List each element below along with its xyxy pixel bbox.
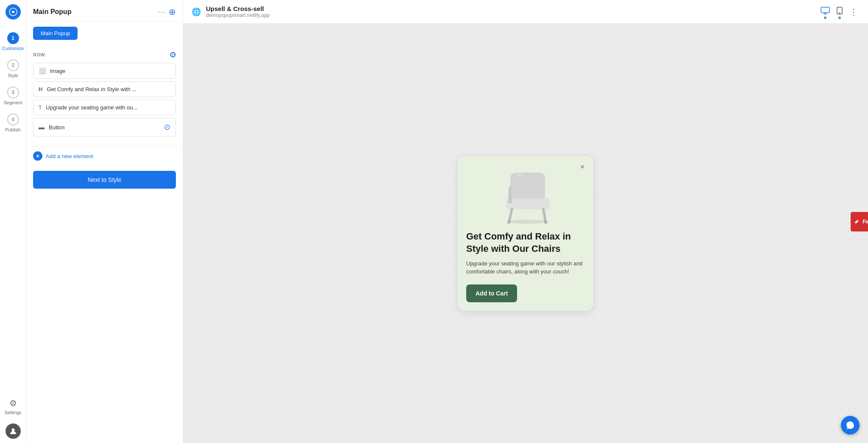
sidebar-title: Main Popup [33,8,154,16]
sidebar-item-settings[interactable]: ⚙ Settings [0,394,26,419]
add-to-cart-button[interactable]: Add to Cart [466,284,517,302]
sidebar-item-style[interactable]: 2 Style [0,55,26,82]
step-number-publish: 4 [7,114,19,125]
add-element-label: Add a new element [46,153,93,159]
element-heading[interactable]: H Get Comfy and Relax in Style with ... [33,81,176,97]
more-options-icon[interactable]: ⋯ [158,7,165,17]
step-label-style: Style [8,73,18,78]
svg-point-5 [506,220,549,224]
chat-bubble-button[interactable] [841,416,860,435]
add-element-plus-icon: + [33,151,42,161]
element-text[interactable]: T Upgrade your seating game with ou... [33,100,176,115]
text-icon: T [39,105,42,111]
element-heading-label: Get Comfy and Relax in Style with ... [47,86,170,92]
feedback-icon: ✎ [854,219,860,225]
heading-icon: H [39,86,42,92]
next-to-style-button[interactable]: Next to Style [33,171,176,189]
row-label-text: ROW [33,52,45,57]
top-bar: 🌐 Upsell & Cross-sell demopopupsmart.net… [183,0,868,24]
add-element-area[interactable]: + Add a new element [26,146,183,166]
device-toggle-group: ⋮ [819,5,860,19]
popup-title: Get Comfy and Relax in Style with Our Ch… [466,231,585,255]
popup-close-button[interactable]: × [577,162,587,172]
element-button-label: Button [49,124,160,131]
main-popup-tab[interactable]: Main Popup [33,27,78,40]
app-url: demopopupsmart.netlify.app [206,12,270,18]
button-icon: ▬ [39,124,45,131]
sidebar-header: Main Popup ⋯ ⊕ [26,0,183,22]
feedback-tab[interactable]: ✎ Feedback [851,212,868,231]
step-label-publish: Publish [5,127,20,132]
element-image[interactable]: ⬜ Image [33,63,176,79]
tablet-view-button[interactable] [835,5,844,18]
row-settings-icon[interactable]: ⊙ [170,50,176,59]
sidebar-tabs-area: Main Popup [26,22,183,45]
sidebar-panel: Main Popup ⋯ ⊕ Main Popup ROW ⊙ ⬜ Image … [26,0,183,443]
globe-icon: 🌐 [192,7,201,17]
add-popup-icon[interactable]: ⊕ [169,7,176,17]
popup-card: × [458,156,593,310]
feedback-label: Feedback [862,219,868,225]
element-text-label: Upgrade your seating game with ou... [46,104,170,111]
user-avatar [6,423,21,439]
step-number-segment: 3 [7,86,19,98]
app-title: Upsell & Cross-sell [206,5,270,12]
settings-label: Settings [5,410,22,415]
popup-description: Upgrade your seating game with our styli… [466,259,585,276]
user-avatar-area[interactable] [6,423,21,439]
svg-point-4 [839,13,840,14]
desktop-view-button[interactable] [819,5,832,18]
main-content: 🌐 Upsell & Cross-sell demopopupsmart.net… [183,0,868,443]
preview-area: × [183,24,868,443]
step-number-customize: 1 [7,32,19,44]
site-info: Upsell & Cross-sell demopopupsmart.netli… [206,5,270,18]
more-options-button[interactable]: ⋮ [848,5,860,19]
sidebar-item-customize[interactable]: 1 Customize [0,28,26,55]
row-label: ROW ⊙ [33,50,176,59]
element-button[interactable]: ▬ Button ⊙ [33,118,176,137]
popup-image-area [466,169,585,224]
element-image-label: Image [50,68,170,74]
sidebar-item-segment[interactable]: 3 Segment [0,82,26,109]
gear-icon: ⚙ [9,398,17,408]
chair-image [496,169,555,224]
svg-point-1 [11,429,14,432]
left-navigation: 1 Customize 2 Style 3 Segment 4 Publish … [0,0,26,443]
app-logo[interactable] [6,4,21,20]
svg-rect-2 [821,7,829,13]
element-button-settings-icon[interactable]: ⊙ [164,123,170,132]
step-label-segment: Segment [3,100,22,105]
image-icon: ⬜ [39,67,46,74]
step-label-customize: Customize [2,46,24,51]
sidebar-row-section: ROW ⊙ ⬜ Image H Get Comfy and Relax in S… [26,45,183,144]
sidebar-item-publish[interactable]: 4 Publish [0,109,26,137]
step-number-style: 2 [7,59,19,71]
